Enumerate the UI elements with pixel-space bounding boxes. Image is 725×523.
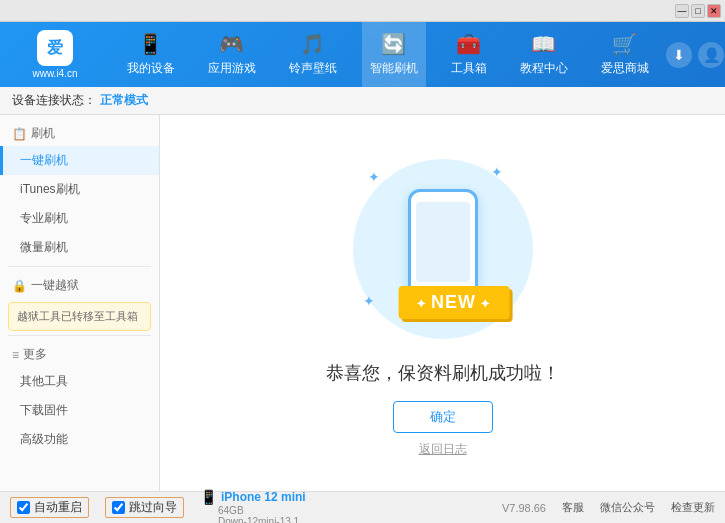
sparkle-icon-1: ✦ — [368, 169, 380, 185]
nav-tutorial[interactable]: 📖 教程中心 — [512, 22, 576, 87]
nav-apps-label: 应用游戏 — [208, 60, 256, 77]
logo-area: 爱 www.i4.cn — [0, 30, 110, 79]
apps-icon: 🎮 — [219, 32, 244, 56]
sidebar-section-jailbreak: 🔒 一键越狱 — [0, 271, 159, 298]
new-badge: NEW — [398, 286, 509, 319]
toolbox-icon: 🧰 — [456, 32, 481, 56]
jailbreak-warning-text: 越狱工具已转移至工具箱 — [17, 310, 138, 322]
auto-restart-label: 自动重启 — [34, 499, 82, 516]
nav-my-device-label: 我的设备 — [127, 60, 175, 77]
pro-flash-label: 专业刷机 — [20, 210, 68, 227]
sidebar-section-flash: 📋 刷机 — [0, 119, 159, 146]
nav-store[interactable]: 🛒 爱思商城 — [593, 22, 657, 87]
bottom-bar: 自动重启 跳过向导 📱 iPhone 12 mini 64GB Down-12m… — [0, 491, 725, 523]
nav-smart-flash[interactable]: 🔄 智能刷机 — [362, 22, 426, 87]
sidebar-item-itunes-flash[interactable]: iTunes刷机 — [0, 175, 159, 204]
main-content: ✦ ✦ ✦ NEW 恭喜您，保资料刷机成功啦！ 确定 返回日志 — [160, 115, 725, 491]
sidebar-divider-2 — [8, 335, 151, 336]
sparkle-icon-3: ✦ — [363, 293, 375, 309]
device-name: iPhone 12 mini — [221, 490, 306, 504]
phone-device-icon: 📱 — [200, 489, 217, 505]
logo-text: www.i4.cn — [32, 68, 77, 79]
sidebar-divider-1 — [8, 266, 151, 267]
nav-tutorial-label: 教程中心 — [520, 60, 568, 77]
status-value: 正常模式 — [100, 92, 148, 109]
download-button[interactable]: ⬇ — [666, 42, 692, 68]
nav-smart-flash-label: 智能刷机 — [370, 60, 418, 77]
ringtones-icon: 🎵 — [300, 32, 325, 56]
nav-ringtones-label: 铃声壁纸 — [289, 60, 337, 77]
success-illustration: ✦ ✦ ✦ NEW — [343, 149, 543, 349]
skip-guide-checkbox[interactable] — [112, 501, 125, 514]
minimize-button[interactable]: — — [675, 4, 689, 18]
check-update-link[interactable]: 检查更新 — [671, 500, 715, 515]
sidebar-item-pro-flash[interactable]: 专业刷机 — [0, 204, 159, 233]
app-logo: 爱 — [37, 30, 73, 66]
more-section-label: 更多 — [23, 346, 47, 363]
other-tools-label: 其他工具 — [20, 373, 68, 390]
device-info: 📱 iPhone 12 mini 64GB Down-12mini-13,1 — [200, 489, 306, 524]
auto-restart-checkbox[interactable] — [17, 501, 30, 514]
nav-my-device[interactable]: 📱 我的设备 — [119, 22, 183, 87]
sidebar-section-more: ≡ 更多 — [0, 340, 159, 367]
version-label: V7.98.66 — [502, 502, 546, 514]
nav-bar: 📱 我的设备 🎮 应用游戏 🎵 铃声壁纸 🔄 智能刷机 🧰 工具箱 📖 教程中心… — [110, 22, 665, 87]
close-button[interactable]: ✕ — [707, 4, 721, 18]
customer-service-link[interactable]: 客服 — [562, 500, 584, 515]
status-bar: 设备连接状态： 正常模式 — [0, 87, 725, 115]
tutorial-icon: 📖 — [531, 32, 556, 56]
device-storage: 64GB — [200, 505, 306, 516]
auto-restart-checkbox-label[interactable]: 自动重启 — [10, 497, 89, 518]
confirm-button[interactable]: 确定 — [393, 401, 493, 433]
jailbreak-warning: 越狱工具已转移至工具箱 — [8, 302, 151, 331]
sparkle-icon-2: ✦ — [491, 164, 503, 180]
sidebar-item-one-click-flash[interactable]: 一键刷机 — [0, 146, 159, 175]
back-link[interactable]: 返回日志 — [419, 441, 467, 458]
title-bar: — □ ✕ — [0, 0, 725, 22]
maximize-button[interactable]: □ — [691, 4, 705, 18]
download-firmware-label: 下载固件 — [20, 402, 68, 419]
header-right: ⬇ 👤 — [665, 42, 725, 68]
jailbreak-section-label: 一键越狱 — [31, 277, 79, 294]
sidebar-item-download-firmware[interactable]: 下载固件 — [0, 396, 159, 425]
wechat-link[interactable]: 微信公众号 — [600, 500, 655, 515]
nav-toolbox[interactable]: 🧰 工具箱 — [443, 22, 495, 87]
one-click-flash-label: 一键刷机 — [20, 152, 68, 169]
sidebar-item-ota-flash[interactable]: 微量刷机 — [0, 233, 159, 262]
itunes-flash-label: iTunes刷机 — [20, 181, 80, 198]
skip-guide-checkbox-label[interactable]: 跳过向导 — [105, 497, 184, 518]
nav-ringtones[interactable]: 🎵 铃声壁纸 — [281, 22, 345, 87]
flash-section-label: 刷机 — [31, 125, 55, 142]
status-label: 设备连接状态： — [12, 92, 96, 109]
nav-store-label: 爱思商城 — [601, 60, 649, 77]
skip-guide-label: 跳过向导 — [129, 499, 177, 516]
more-section-icon: ≡ — [12, 348, 19, 362]
ota-flash-label: 微量刷机 — [20, 239, 68, 256]
nav-apps[interactable]: 🎮 应用游戏 — [200, 22, 264, 87]
sidebar: 📋 刷机 一键刷机 iTunes刷机 专业刷机 微量刷机 🔒 一键越狱 越狱工具… — [0, 115, 160, 491]
success-title: 恭喜您，保资料刷机成功啦！ — [326, 361, 560, 385]
store-icon: 🛒 — [612, 32, 637, 56]
device-model: Down-12mini-13,1 — [200, 516, 306, 524]
jailbreak-lock-icon: 🔒 — [12, 279, 27, 293]
advanced-label: 高级功能 — [20, 431, 68, 448]
nav-toolbox-label: 工具箱 — [451, 60, 487, 77]
sidebar-item-advanced[interactable]: 高级功能 — [0, 425, 159, 454]
sidebar-item-other-tools[interactable]: 其他工具 — [0, 367, 159, 396]
smart-flash-icon: 🔄 — [381, 32, 406, 56]
phone-screen — [416, 202, 470, 282]
header: 爱 www.i4.cn 📱 我的设备 🎮 应用游戏 🎵 铃声壁纸 🔄 智能刷机 … — [0, 22, 725, 87]
my-device-icon: 📱 — [138, 32, 163, 56]
main-layout: 📋 刷机 一键刷机 iTunes刷机 专业刷机 微量刷机 🔒 一键越狱 越狱工具… — [0, 115, 725, 491]
user-button[interactable]: 👤 — [698, 42, 724, 68]
flash-section-icon: 📋 — [12, 127, 27, 141]
